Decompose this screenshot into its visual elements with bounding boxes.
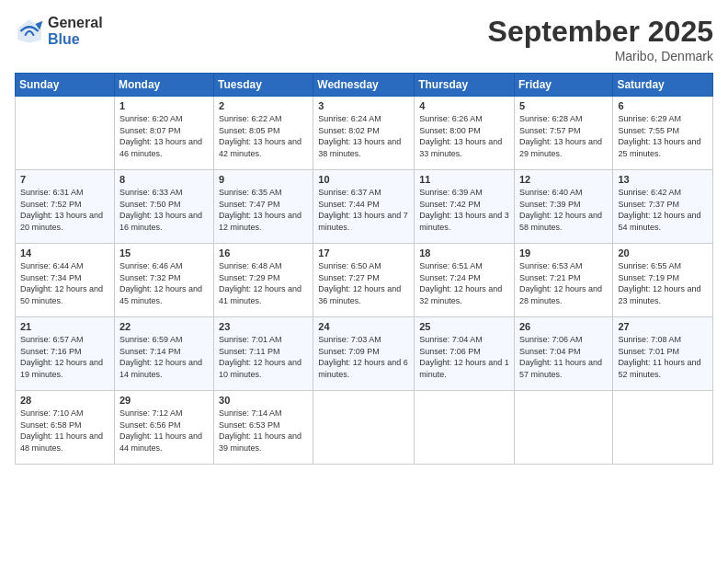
day-info: Sunrise: 6:44 AMSunset: 7:34 PMDaylight:…	[20, 260, 109, 306]
calendar-cell: 18Sunrise: 6:51 AMSunset: 7:24 PMDayligh…	[415, 244, 515, 317]
day-number: 2	[219, 100, 308, 111]
day-number: 11	[419, 174, 509, 185]
day-number: 16	[219, 247, 308, 259]
col-wednesday: Wednesday	[313, 74, 415, 97]
calendar-cell: 11Sunrise: 6:39 AMSunset: 7:42 PMDayligh…	[415, 170, 515, 244]
day-info: Sunrise: 7:06 AMSunset: 7:04 PMDaylight:…	[519, 334, 608, 380]
calendar-cell: 26Sunrise: 7:06 AMSunset: 7:04 PMDayligh…	[514, 317, 612, 391]
calendar-cell: 25Sunrise: 7:04 AMSunset: 7:06 PMDayligh…	[415, 317, 515, 391]
day-number: 20	[618, 247, 708, 259]
calendar-cell: 9Sunrise: 6:35 AMSunset: 7:47 PMDaylight…	[214, 170, 313, 244]
calendar-cell: 16Sunrise: 6:48 AMSunset: 7:29 PMDayligh…	[214, 244, 313, 317]
calendar-cell: 13Sunrise: 6:42 AMSunset: 7:37 PMDayligh…	[613, 170, 713, 244]
calendar-cell	[514, 391, 612, 465]
page: General Blue September 2025 Maribo, Denm…	[0, 0, 728, 563]
day-number: 1	[119, 100, 209, 111]
day-info: Sunrise: 7:01 AMSunset: 7:11 PMDaylight:…	[219, 334, 308, 380]
day-info: Sunrise: 6:42 AMSunset: 7:37 PMDaylight:…	[618, 187, 708, 233]
day-info: Sunrise: 6:26 AMSunset: 8:00 PMDaylight:…	[419, 113, 509, 159]
calendar-cell: 24Sunrise: 7:03 AMSunset: 7:09 PMDayligh…	[313, 317, 415, 391]
day-info: Sunrise: 6:51 AMSunset: 7:24 PMDaylight:…	[419, 260, 509, 306]
day-number: 29	[119, 395, 209, 406]
day-info: Sunrise: 7:08 AMSunset: 7:01 PMDaylight:…	[618, 334, 708, 380]
day-info: Sunrise: 6:48 AMSunset: 7:29 PMDaylight:…	[219, 260, 308, 306]
title-block: September 2025 Maribo, Denmark	[488, 15, 713, 63]
calendar-cell: 4Sunrise: 6:26 AMSunset: 8:00 PMDaylight…	[415, 97, 515, 170]
day-info: Sunrise: 6:46 AMSunset: 7:32 PMDaylight:…	[119, 260, 209, 306]
calendar-cell: 10Sunrise: 6:37 AMSunset: 7:44 PMDayligh…	[313, 170, 415, 244]
calendar-week-1: 7Sunrise: 6:31 AMSunset: 7:52 PMDaylight…	[16, 170, 713, 244]
day-info: Sunrise: 6:33 AMSunset: 7:50 PMDaylight:…	[119, 187, 209, 233]
col-tuesday: Tuesday	[214, 74, 313, 97]
calendar-cell: 7Sunrise: 6:31 AMSunset: 7:52 PMDaylight…	[16, 170, 115, 244]
day-number: 30	[219, 395, 308, 406]
day-number: 14	[20, 247, 109, 259]
calendar-week-3: 21Sunrise: 6:57 AMSunset: 7:16 PMDayligh…	[16, 317, 713, 391]
month-title: September 2025	[488, 15, 713, 49]
day-number: 17	[318, 247, 409, 259]
day-number: 5	[519, 100, 608, 111]
calendar-header: Sunday Monday Tuesday Wednesday Thursday…	[16, 74, 713, 97]
day-info: Sunrise: 6:57 AMSunset: 7:16 PMDaylight:…	[20, 334, 109, 380]
logo-blue-text: Blue	[48, 31, 103, 48]
day-number: 23	[219, 321, 308, 332]
calendar-cell: 1Sunrise: 6:20 AMSunset: 8:07 PMDaylight…	[114, 97, 213, 170]
day-number: 10	[318, 174, 409, 185]
day-number: 26	[519, 321, 608, 332]
header-row: Sunday Monday Tuesday Wednesday Thursday…	[16, 74, 713, 97]
calendar-cell: 20Sunrise: 6:55 AMSunset: 7:19 PMDayligh…	[613, 244, 713, 317]
calendar-cell	[415, 391, 515, 465]
day-number: 6	[618, 100, 708, 111]
calendar-week-2: 14Sunrise: 6:44 AMSunset: 7:34 PMDayligh…	[16, 244, 713, 317]
day-info: Sunrise: 6:50 AMSunset: 7:27 PMDaylight:…	[318, 260, 409, 306]
day-number: 28	[20, 395, 109, 406]
calendar-cell: 12Sunrise: 6:40 AMSunset: 7:39 PMDayligh…	[514, 170, 612, 244]
day-info: Sunrise: 6:31 AMSunset: 7:52 PMDaylight:…	[20, 187, 109, 233]
day-number: 21	[20, 321, 109, 332]
location: Maribo, Denmark	[488, 49, 713, 63]
col-thursday: Thursday	[415, 74, 515, 97]
calendar-cell	[313, 391, 415, 465]
day-number: 15	[119, 247, 209, 259]
day-info: Sunrise: 6:40 AMSunset: 7:39 PMDaylight:…	[519, 187, 608, 233]
calendar-cell: 15Sunrise: 6:46 AMSunset: 7:32 PMDayligh…	[114, 244, 213, 317]
day-info: Sunrise: 6:55 AMSunset: 7:19 PMDaylight:…	[618, 260, 708, 306]
day-info: Sunrise: 6:24 AMSunset: 8:02 PMDaylight:…	[318, 113, 409, 159]
logo: General Blue	[15, 15, 103, 47]
day-number: 27	[618, 321, 708, 332]
calendar-body: 1Sunrise: 6:20 AMSunset: 8:07 PMDaylight…	[16, 97, 713, 465]
calendar-cell	[613, 391, 713, 465]
day-number: 7	[20, 174, 109, 185]
day-info: Sunrise: 6:28 AMSunset: 7:57 PMDaylight:…	[519, 113, 608, 159]
day-number: 18	[419, 247, 509, 259]
day-number: 19	[519, 247, 608, 259]
day-number: 13	[618, 174, 708, 185]
day-number: 9	[219, 174, 308, 185]
day-info: Sunrise: 6:29 AMSunset: 7:55 PMDaylight:…	[618, 113, 708, 159]
calendar: Sunday Monday Tuesday Wednesday Thursday…	[15, 73, 713, 465]
day-number: 22	[119, 321, 209, 332]
calendar-cell: 28Sunrise: 7:10 AMSunset: 6:58 PMDayligh…	[16, 391, 115, 465]
logo-icon	[15, 17, 44, 46]
calendar-cell: 6Sunrise: 6:29 AMSunset: 7:55 PMDaylight…	[613, 97, 713, 170]
logo-general-text: General	[48, 15, 103, 31]
day-info: Sunrise: 6:35 AMSunset: 7:47 PMDaylight:…	[219, 187, 308, 233]
day-info: Sunrise: 6:53 AMSunset: 7:21 PMDaylight:…	[519, 260, 608, 306]
calendar-cell: 23Sunrise: 7:01 AMSunset: 7:11 PMDayligh…	[214, 317, 313, 391]
calendar-cell	[16, 97, 115, 170]
col-friday: Friday	[514, 74, 612, 97]
header: General Blue September 2025 Maribo, Denm…	[15, 15, 713, 63]
day-info: Sunrise: 7:03 AMSunset: 7:09 PMDaylight:…	[318, 334, 409, 380]
calendar-cell: 21Sunrise: 6:57 AMSunset: 7:16 PMDayligh…	[16, 317, 115, 391]
day-info: Sunrise: 7:04 AMSunset: 7:06 PMDaylight:…	[419, 334, 509, 380]
day-number: 4	[419, 100, 509, 111]
calendar-cell: 30Sunrise: 7:14 AMSunset: 6:53 PMDayligh…	[214, 391, 313, 465]
calendar-cell: 8Sunrise: 6:33 AMSunset: 7:50 PMDaylight…	[114, 170, 213, 244]
day-info: Sunrise: 6:37 AMSunset: 7:44 PMDaylight:…	[318, 187, 409, 233]
col-monday: Monday	[114, 74, 213, 97]
day-info: Sunrise: 6:39 AMSunset: 7:42 PMDaylight:…	[419, 187, 509, 233]
day-number: 25	[419, 321, 509, 332]
calendar-cell: 17Sunrise: 6:50 AMSunset: 7:27 PMDayligh…	[313, 244, 415, 317]
calendar-cell: 2Sunrise: 6:22 AMSunset: 8:05 PMDaylight…	[214, 97, 313, 170]
calendar-cell: 14Sunrise: 6:44 AMSunset: 7:34 PMDayligh…	[16, 244, 115, 317]
